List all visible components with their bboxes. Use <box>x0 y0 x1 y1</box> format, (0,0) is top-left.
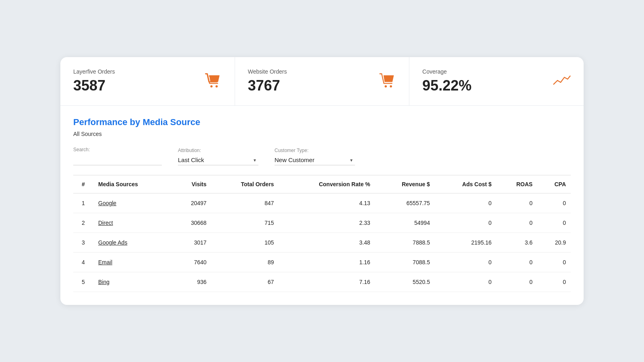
cell-cpa: 0 <box>537 253 571 272</box>
metric-website-orders: Website Orders 3767 <box>235 57 410 105</box>
cart-icon-website <box>378 72 396 91</box>
cell-num: 3 <box>73 233 93 253</box>
cell-roas: 0 <box>496 213 537 233</box>
col-header-cpa: CPA <box>537 175 571 193</box>
cell-total-orders: 67 <box>211 272 279 292</box>
performance-table: # Media Sources Visits Total Orders Conv… <box>73 175 571 292</box>
table-row: 2 Direct 30668 715 2.33 54994 0 0 0 <box>73 213 571 233</box>
cell-visits: 30668 <box>171 213 211 233</box>
section-subtitle: All Sources <box>73 131 571 137</box>
cell-roas: 0 <box>496 253 537 272</box>
cell-cpa: 0 <box>537 272 571 292</box>
customer-type-filter: Customer Type: New Customer Returning Cu… <box>275 148 355 165</box>
attribution-label: Attribution: <box>178 148 258 153</box>
col-header-revenue: Revenue $ <box>375 175 435 193</box>
col-header-conversion-rate: Conversion Rate % <box>279 175 375 193</box>
attribution-select[interactable]: Last Click First Click Linear <box>178 155 258 165</box>
table-header-row: # Media Sources Visits Total Orders Conv… <box>73 175 571 193</box>
cell-cpa: 20.9 <box>537 233 571 253</box>
metrics-row: Layerfive Orders 3587 Website Orders 376… <box>60 57 584 106</box>
svg-point-1 <box>215 85 218 88</box>
cell-conversion-rate: 7.16 <box>279 272 375 292</box>
cell-cpa: 0 <box>537 213 571 233</box>
cell-source[interactable]: Google <box>93 193 171 213</box>
cell-source[interactable]: Bing <box>93 272 171 292</box>
cell-conversion-rate: 2.33 <box>279 213 375 233</box>
cell-visits: 3017 <box>171 233 211 253</box>
cell-source[interactable]: Direct <box>93 213 171 233</box>
col-header-media-sources: Media Sources <box>93 175 171 193</box>
table-row: 3 Google Ads 3017 105 3.48 7888.5 2195.1… <box>73 233 571 253</box>
coverage-value: 95.22% <box>422 77 471 94</box>
table-row: 5 Bing 936 67 7.16 5520.5 0 0 0 <box>73 272 571 292</box>
cell-source[interactable]: Email <box>93 253 171 272</box>
col-header-visits: Visits <box>171 175 211 193</box>
trend-icon <box>553 72 571 91</box>
svg-point-3 <box>390 85 392 88</box>
coverage-label: Coverage <box>422 68 471 75</box>
cell-total-orders: 715 <box>211 213 279 233</box>
main-card: Layerfive Orders 3587 Website Orders 376… <box>60 57 584 305</box>
search-filter: Search: <box>73 147 162 165</box>
col-header-ads-cost: Ads Cost $ <box>435 175 496 193</box>
svg-point-2 <box>385 85 387 88</box>
source-link[interactable]: Direct <box>98 220 113 226</box>
cell-revenue: 5520.5 <box>375 272 435 292</box>
performance-section: Performance by Media Source All Sources … <box>60 106 584 165</box>
cell-revenue: 65557.75 <box>375 193 435 213</box>
search-label: Search: <box>73 147 162 152</box>
layerfive-orders-value: 3587 <box>73 77 115 94</box>
cell-num: 1 <box>73 193 93 213</box>
metric-layerfive-orders: Layerfive Orders 3587 <box>60 57 235 105</box>
source-link[interactable]: Google <box>98 200 116 206</box>
cell-visits: 7640 <box>171 253 211 272</box>
website-orders-label: Website Orders <box>248 68 287 75</box>
source-link[interactable]: Email <box>98 259 112 265</box>
cell-ads-cost: 0 <box>435 253 496 272</box>
cell-num: 5 <box>73 272 93 292</box>
cell-roas: 0 <box>496 272 537 292</box>
cell-visits: 20497 <box>171 193 211 213</box>
table-row: 4 Email 7640 89 1.16 7088.5 0 0 0 <box>73 253 571 272</box>
search-input[interactable] <box>73 155 162 165</box>
cell-ads-cost: 0 <box>435 213 496 233</box>
cell-revenue: 54994 <box>375 213 435 233</box>
cell-conversion-rate: 4.13 <box>279 193 375 213</box>
cell-total-orders: 847 <box>211 193 279 213</box>
cart-icon-layerfive <box>204 72 222 91</box>
cell-num: 4 <box>73 253 93 272</box>
attribution-filter: Attribution: Last Click First Click Line… <box>178 148 258 165</box>
svg-point-0 <box>210 85 213 88</box>
col-header-roas: ROAS <box>496 175 537 193</box>
col-header-total-orders: Total Orders <box>211 175 279 193</box>
table-wrapper: # Media Sources Visits Total Orders Conv… <box>60 175 584 305</box>
source-link[interactable]: Google Ads <box>98 239 127 246</box>
layerfive-orders-label: Layerfive Orders <box>73 68 115 75</box>
cell-num: 2 <box>73 213 93 233</box>
cell-ads-cost: 2195.16 <box>435 233 496 253</box>
section-title: Performance by Media Source <box>73 117 571 128</box>
source-link[interactable]: Bing <box>98 279 109 285</box>
filters-row: Search: Attribution: Last Click First Cl… <box>73 147 571 165</box>
cell-cpa: 0 <box>537 193 571 213</box>
cell-revenue: 7888.5 <box>375 233 435 253</box>
cell-total-orders: 89 <box>211 253 279 272</box>
cell-roas: 3.6 <box>496 233 537 253</box>
cell-roas: 0 <box>496 193 537 213</box>
metric-coverage: Coverage 95.22% <box>409 57 584 105</box>
customer-type-select[interactable]: New Customer Returning Customer All <box>275 155 355 165</box>
customer-type-label: Customer Type: <box>275 148 355 153</box>
table-row: 1 Google 20497 847 4.13 65557.75 0 0 0 <box>73 193 571 213</box>
cell-ads-cost: 0 <box>435 272 496 292</box>
cell-source[interactable]: Google Ads <box>93 233 171 253</box>
cell-ads-cost: 0 <box>435 193 496 213</box>
cell-visits: 936 <box>171 272 211 292</box>
website-orders-value: 3767 <box>248 77 287 94</box>
cell-total-orders: 105 <box>211 233 279 253</box>
cell-conversion-rate: 1.16 <box>279 253 375 272</box>
cell-revenue: 7088.5 <box>375 253 435 272</box>
col-header-num: # <box>73 175 93 193</box>
cell-conversion-rate: 3.48 <box>279 233 375 253</box>
